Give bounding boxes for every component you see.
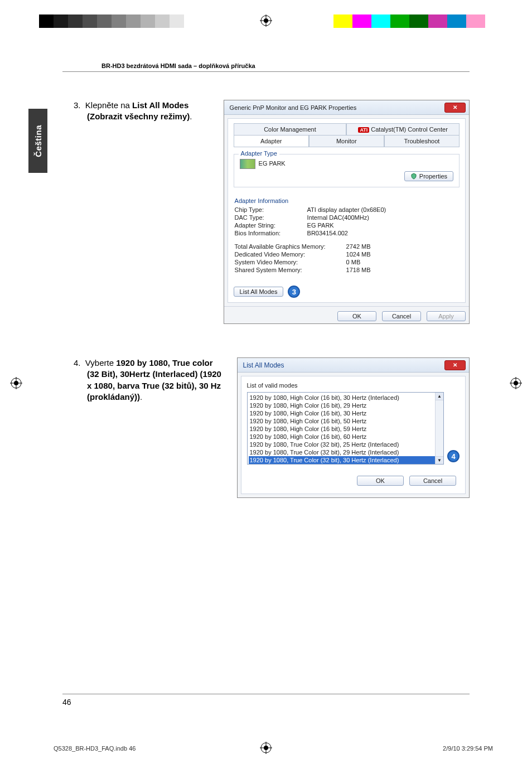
cancel-button[interactable]: Cancel (382, 311, 421, 321)
tab-catalyst[interactable]: ATICatalyst(TM) Control Center (346, 123, 460, 136)
close-icon: ✕ (453, 104, 457, 110)
list-item[interactable]: 1920 by 1080, True Color (32 bit), 30 He… (249, 456, 443, 464)
sys-mem-value: 0 MB (346, 259, 361, 265)
tab-adapter[interactable]: Adapter (234, 136, 309, 147)
print-file-label: Q5328_BR-HD3_FAQ.indb 46 (54, 745, 136, 752)
adapter-info-group: Adapter Information Chip Type:ATI displa… (234, 194, 460, 278)
close-icon: ✕ (453, 362, 457, 368)
page-content: BR-HD3 bezdrátová HDMI sada – doplňková … (62, 62, 470, 531)
adapter-type-group: Adapter Type EG PARK Properties (234, 154, 460, 187)
step-3-text: 3. Klepněte na List All Modes (Zobrazit … (62, 100, 214, 324)
dialog-title: List All Modes (243, 361, 284, 369)
svg-point-7 (14, 381, 18, 385)
adapter-info-legend: Adapter Information (235, 197, 458, 204)
step-lead: Klepněte na (85, 100, 132, 110)
shield-icon (410, 173, 417, 180)
properties-dialog: Generic PnP Monitor and EG PARK Properti… (224, 100, 470, 324)
doc-header: BR-HD3 bezdrátová HDMI sada – doplňková … (62, 62, 470, 72)
tab-monitor[interactable]: Monitor (309, 136, 384, 147)
step-tail: . (140, 392, 142, 402)
dialog-titlebar: Generic PnP Monitor and EG PARK Properti… (224, 100, 469, 115)
step-lead: Vyberte (85, 358, 116, 368)
ati-icon: ATI (358, 127, 369, 133)
adapter-type-legend: Adapter Type (239, 150, 279, 157)
page-number: 46 (62, 694, 470, 707)
dialog-title: Generic PnP Monitor and EG PARK Properti… (230, 104, 357, 111)
chip-type-value: ATI display adapter (0x68E0) (307, 206, 386, 213)
step-tail: . (190, 112, 192, 121)
list-item[interactable]: 1920 by 1080, High Color (16 bit), 29 He… (249, 402, 443, 409)
shared-mem-value: 1718 MB (346, 267, 371, 273)
print-datetime: 2/9/10 3:29:54 PM (443, 745, 493, 752)
scroll-down-icon[interactable]: ▼ (436, 456, 443, 464)
bios-value: BR034154.002 (307, 230, 348, 236)
step-4-text: 4. Vyberte 1920 by 1080, True color (32 … (62, 357, 227, 498)
tab-troubleshoot[interactable]: Troubleshoot (384, 136, 460, 147)
apply-button[interactable]: Apply (427, 311, 466, 321)
tab-catalyst-label: Catalyst(TM) Control Center (371, 126, 448, 133)
sys-mem-label: System Video Memory: (235, 259, 346, 265)
properties-button[interactable]: Properties (404, 171, 453, 181)
registration-mark-icon (510, 377, 522, 389)
modes-listbox[interactable]: 1920 by 1080, High Color (16 bit), 30 He… (247, 392, 444, 465)
ded-mem-label: Dedicated Video Memory: (235, 251, 346, 258)
list-item[interactable]: 1920 by 1080, High Color (16 bit), 30 He… (249, 394, 443, 402)
registration-mark-icon (10, 377, 22, 389)
list-item[interactable]: 1920 by 1080, High Color (16 bit), 60 He… (249, 433, 443, 441)
adapter-chip-icon (240, 159, 255, 169)
adapter-string-value: EG PARK (307, 222, 334, 229)
list-item[interactable]: 1920 by 1080, High Color (16 bit), 59 He… (249, 425, 443, 433)
scrollbar[interactable]: ▲ ▼ (435, 393, 443, 464)
scroll-up-icon[interactable]: ▲ (436, 393, 443, 400)
total-mem-value: 2742 MB (346, 243, 371, 250)
language-tab: Čeština (28, 109, 47, 173)
chip-type-label: Chip Type: (235, 206, 307, 213)
list-modes-dialog: List All Modes ✕ List of valid modes 192… (237, 357, 470, 498)
close-button[interactable]: ✕ (444, 360, 466, 370)
list-item[interactable]: 1920 by 1080, High Color (16 bit), 30 He… (249, 409, 443, 417)
dialog-titlebar: List All Modes ✕ (238, 358, 470, 373)
list-item[interactable]: 1920 by 1080, True Color (32 bit), 25 He… (249, 441, 443, 448)
callout-4: 4 (447, 450, 460, 462)
adapter-type-value: EG PARK (259, 160, 286, 167)
svg-point-11 (514, 381, 518, 385)
list-item[interactable]: 1920 by 1080, High Color (16 bit), 50 He… (249, 417, 443, 425)
print-footer: Q5328_BR-HD3_FAQ.indb 46 2/9/10 3:29:54 … (54, 745, 493, 752)
dialog-buttons: OK Cancel Apply (224, 306, 469, 323)
step-number: 3. (74, 100, 81, 110)
valid-modes-label: List of valid modes (247, 382, 460, 389)
language-label: Čeština (33, 125, 43, 157)
registration-mark-icon (260, 14, 272, 27)
ok-button[interactable]: OK (337, 311, 376, 321)
total-mem-label: Total Available Graphics Memory: (235, 243, 346, 250)
svg-point-3 (264, 18, 268, 23)
step-3-row: 3. Klepněte na List All Modes (Zobrazit … (62, 100, 470, 324)
dac-type-label: DAC Type: (235, 214, 307, 221)
properties-button-label: Properties (419, 173, 447, 180)
close-button[interactable]: ✕ (444, 103, 466, 113)
ok-button[interactable]: OK (357, 476, 404, 486)
ded-mem-value: 1024 MB (346, 251, 371, 258)
adapter-string-label: Adapter String: (235, 222, 307, 229)
tab-color-management[interactable]: Color Management (234, 123, 347, 136)
dac-type-value: Internal DAC(400MHz) (307, 214, 369, 221)
list-item[interactable]: 1920 by 1080, True Color (32 bit), 29 He… (249, 448, 443, 456)
callout-3: 3 (288, 286, 300, 298)
cancel-button[interactable]: Cancel (409, 476, 456, 486)
step-4-row: 4. Vyberte 1920 by 1080, True color (32 … (62, 357, 470, 498)
shared-mem-label: Shared System Memory: (235, 267, 346, 273)
tabs-row-bottom: Adapter Monitor Troubleshoot (234, 136, 460, 147)
list-all-modes-button[interactable]: List All Modes (234, 287, 284, 297)
tabs-row-top: Color Management ATICatalyst(TM) Control… (234, 123, 460, 136)
step-number: 4. (74, 358, 81, 368)
bios-label: Bios Information: (235, 230, 307, 236)
